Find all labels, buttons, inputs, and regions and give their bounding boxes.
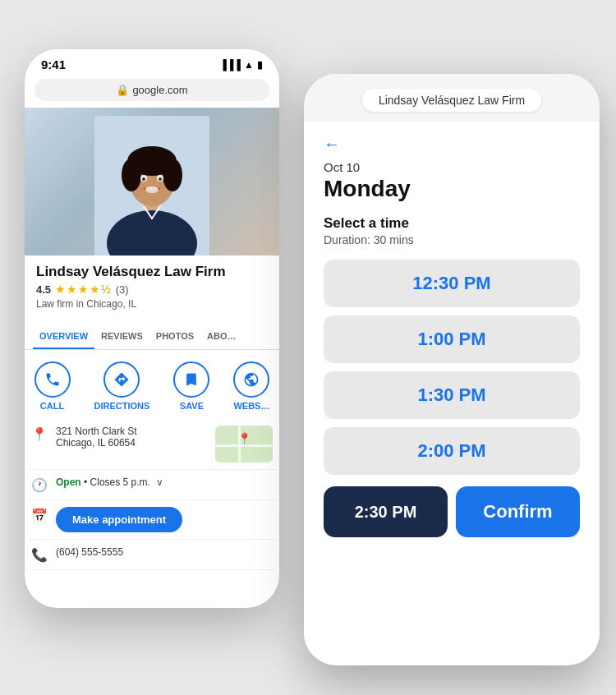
right-header: Lindsay Velásquez Law Firm [304, 74, 600, 122]
duration-label: Duration: 30 mins [324, 233, 580, 246]
tab-photos[interactable]: PHOTOS [149, 324, 200, 349]
review-count: (3) [116, 283, 129, 296]
business-info: Lindsay Velásquez Law Firm 4.5 ★★★★½ (3)… [25, 255, 279, 324]
directions-icon [103, 361, 140, 398]
status-time: 9:41 [41, 58, 66, 71]
phone-left: 9:41 ▐▐▐ ▲ ▮ 🔒 google.com [25, 49, 279, 608]
action-buttons: CALL DIRECTIONS SAVE WEBS… [25, 357, 279, 419]
date-label: Oct 10 [324, 160, 580, 174]
chevron-down-icon[interactable]: ∨ [156, 476, 163, 488]
save-label: SAVE [180, 401, 204, 411]
time-slot-130[interactable]: 1:30 PM [324, 371, 580, 419]
map-thumbnail: 📍 [215, 426, 273, 463]
stars: ★★★★½ [55, 283, 112, 296]
right-body: ← Oct 10 Monday Select a time Duration: … [304, 122, 600, 656]
calendar-icon: 📅 [31, 508, 48, 523]
svg-point-5 [122, 159, 141, 191]
tabs-row: OVERVIEW REVIEWS PHOTOS ABO… [25, 324, 279, 350]
directions-label: DIRECTIONS [94, 401, 150, 411]
status-bar: 9:41 ▐▐▐ ▲ ▮ [25, 49, 279, 76]
svg-point-6 [163, 159, 182, 191]
confirm-button[interactable]: Confirm [456, 486, 580, 537]
status-icons: ▐▐▐ ▲ ▮ [220, 59, 263, 71]
business-type: Law firm in Chicago, IL [36, 298, 268, 310]
map-pin: 📍 [237, 432, 251, 445]
appointment-row: 📅 Make appointment [28, 500, 276, 540]
svg-point-10 [159, 177, 162, 181]
location-icon: 📍 [31, 426, 48, 442]
hours-detail: • Closes 5 p.m. [84, 476, 150, 488]
address-text: 321 North Clark St Chicago, IL 60654 [56, 426, 207, 449]
call-button[interactable]: CALL [34, 361, 71, 411]
address-row: 📍 321 North Clark St Chicago, IL 60654 📍 [28, 419, 276, 470]
make-appointment-button[interactable]: Make appointment [56, 507, 182, 532]
call-label: CALL [40, 401, 64, 411]
business-name: Lindsay Velásquez Law Firm [36, 264, 268, 280]
scene: 9:41 ▐▐▐ ▲ ▮ 🔒 google.com [0, 0, 616, 695]
url-text: google.com [132, 84, 187, 96]
time-slot-200[interactable]: 2:00 PM [324, 427, 580, 475]
address-line2: Chicago, IL 60654 [56, 437, 207, 449]
website-icon [233, 361, 269, 398]
website-label: WEBS… [233, 401, 269, 411]
svg-point-9 [142, 177, 145, 181]
phone-right: Lindsay Velásquez Law Firm ← Oct 10 Mond… [304, 74, 600, 665]
battery-icon: ▮ [257, 59, 263, 71]
address-line1: 321 North Clark St [56, 426, 207, 437]
open-status: Open [56, 476, 81, 488]
tab-reviews[interactable]: REVIEWS [94, 324, 149, 349]
day-label: Monday [324, 176, 580, 202]
hours-row: 🕐 Open • Closes 5 p.m. ∨ [28, 470, 276, 500]
signal-icon: ▐▐▐ [220, 59, 241, 71]
select-time-label: Select a time [324, 215, 580, 232]
appt-text: Make appointment [56, 507, 273, 532]
phone-text: (604) 555-5555 [56, 546, 273, 558]
right-header-title: Lindsay Velásquez Law Firm [362, 89, 541, 112]
tab-overview[interactable]: OVERVIEW [33, 324, 94, 349]
rating-row: 4.5 ★★★★½ (3) [36, 283, 268, 296]
url-bar[interactable]: 🔒 google.com [34, 79, 269, 101]
tab-about[interactable]: ABO… [200, 324, 242, 349]
wifi-icon: ▲ [244, 59, 254, 71]
hero-image [25, 108, 279, 255]
hours-text: Open • Closes 5 p.m. ∨ [56, 476, 273, 488]
save-button[interactable]: SAVE [173, 361, 209, 411]
back-button[interactable]: ← [324, 135, 340, 154]
phone-icon: 📞 [31, 547, 48, 563]
bottom-actions: 2:30 PM Confirm [324, 486, 580, 537]
phone-row: 📞 (604) 555-5555 [28, 540, 276, 570]
website-button[interactable]: WEBS… [233, 361, 269, 411]
selected-time-button[interactable]: 2:30 PM [324, 486, 448, 537]
svg-point-11 [145, 186, 159, 193]
call-icon [34, 361, 71, 398]
directions-button[interactable]: DIRECTIONS [94, 361, 150, 411]
time-slot-100[interactable]: 1:00 PM [324, 315, 580, 363]
save-icon [173, 361, 209, 398]
info-rows: 📍 321 North Clark St Chicago, IL 60654 📍… [25, 419, 279, 570]
clock-icon: 🕐 [31, 477, 48, 493]
lock-icon: 🔒 [116, 84, 129, 96]
time-slot-1230[interactable]: 12:30 PM [324, 260, 580, 307]
rating-num: 4.5 [36, 283, 51, 296]
